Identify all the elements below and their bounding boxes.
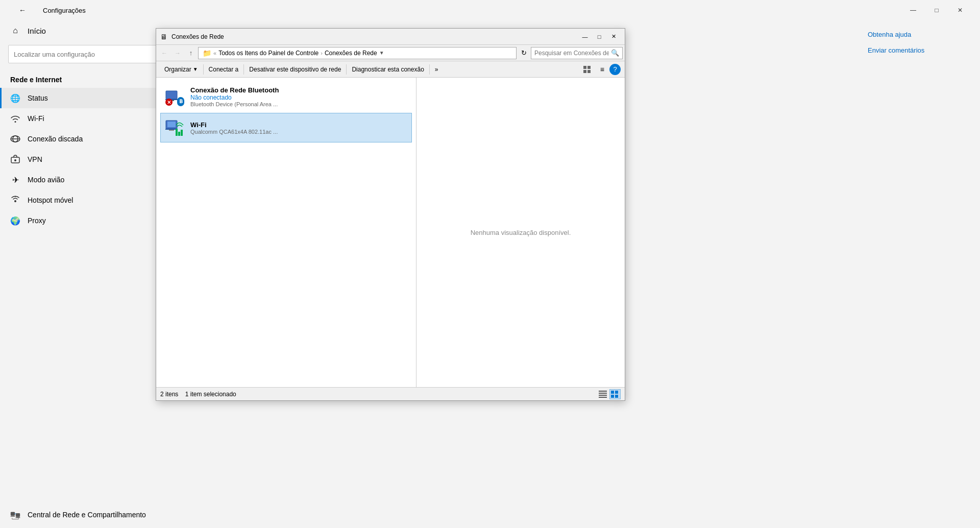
sidebar-home[interactable]: ⌂ Início <box>0 20 176 41</box>
diagnose-label: Diagnosticar esta conexão <box>352 66 424 73</box>
large-icons-button[interactable] <box>609 389 621 399</box>
addr-refresh-button[interactable]: ↻ <box>518 47 530 59</box>
toolbar-sep-3 <box>346 64 347 75</box>
titlebar-left: ← Configurações <box>8 0 86 22</box>
wifi-label: Wi-Fi <box>28 114 44 123</box>
net-list: ✕ ʙ Conexão de Rede Bluetooth Não conect… <box>156 78 416 387</box>
feedback-link[interactable]: Enviar comentários <box>868 46 970 54</box>
net-statusbar: 2 itens 1 item selecionado <box>156 387 625 400</box>
net-maximize-button[interactable]: □ <box>592 31 606 42</box>
status-icon: 🌐 <box>10 93 20 103</box>
home-label: Início <box>28 27 46 35</box>
bluetooth-connection-icon: ✕ ʙ <box>165 87 185 107</box>
svg-rect-38 <box>615 395 618 398</box>
network-center-item[interactable]: Central de Rede e Compartilhamento <box>0 501 176 528</box>
organize-button[interactable]: Organizar ▼ <box>160 62 202 77</box>
sidebar-item-airplane[interactable]: ✈ Modo avião <box>0 170 176 190</box>
addr-folder-icon: 📁 <box>203 49 211 57</box>
bluetooth-name: Conexão de Rede Bluetooth <box>190 86 279 94</box>
item-count: 2 itens <box>160 391 178 398</box>
address-bar: ← → ↑ 📁 « Todos os Itens do Painel de Co… <box>156 45 625 61</box>
svg-rect-7 <box>11 515 14 516</box>
toolbar-sep-4 <box>429 64 430 75</box>
vpn-icon <box>10 154 20 164</box>
status-label: Status <box>28 94 48 102</box>
addr-search-box[interactable]: 🔍 <box>531 47 623 59</box>
svg-rect-31 <box>599 391 607 392</box>
statusbar-right <box>597 389 621 399</box>
maximize-button[interactable]: □ <box>925 2 948 18</box>
net-close-button[interactable]: ✕ <box>606 31 621 42</box>
details-view-button[interactable] <box>597 389 608 399</box>
svg-rect-32 <box>599 393 607 394</box>
svg-rect-15 <box>583 70 586 73</box>
svg-rect-36 <box>615 391 618 394</box>
wifi-connection-item[interactable]: Wi-Fi Qualcomm QCA61x4A 802.11ac ... <box>160 113 412 142</box>
wifi-icon <box>10 113 20 124</box>
addr-up-button[interactable]: ↑ <box>185 47 197 59</box>
bluetooth-desc: Bluetooth Device (Personal Area ... <box>190 101 279 107</box>
more-label: » <box>435 66 438 73</box>
addr-forward-button[interactable]: → <box>172 47 184 59</box>
minimize-button[interactable]: — <box>901 2 925 18</box>
help-toolbar-button[interactable]: ? <box>609 64 621 75</box>
hotspot-icon <box>10 195 20 205</box>
net-window-title: Conexões de Rede <box>172 33 224 40</box>
bluetooth-connection-item[interactable]: ✕ ʙ Conexão de Rede Bluetooth Não conect… <box>160 82 412 112</box>
svg-rect-13 <box>583 66 586 69</box>
sidebar-item-status[interactable]: 🌐 Status <box>0 88 176 108</box>
bluetooth-status: Não conectado <box>190 94 279 101</box>
disable-label: Desativar este dispositivo de rede <box>249 66 341 73</box>
toolbar-sep-2 <box>243 64 244 75</box>
svg-rect-37 <box>611 395 614 398</box>
svg-text:✕: ✕ <box>167 100 171 105</box>
organize-label: Organizar <box>164 66 191 73</box>
back-button[interactable]: ← <box>12 0 33 20</box>
svg-rect-9 <box>16 514 20 517</box>
diagnose-button[interactable]: Diagnosticar esta conexão <box>348 62 428 77</box>
wifi-connection-icon <box>165 117 185 138</box>
addr-chevron[interactable]: ▼ <box>379 50 384 56</box>
sidebar-item-dialup[interactable]: Conexão discada <box>0 129 176 149</box>
svg-rect-11 <box>16 517 20 518</box>
disable-button[interactable]: Desativar este dispositivo de rede <box>245 62 345 77</box>
net-toolbar: Organizar ▼ Conectar a Desativar este di… <box>156 61 625 78</box>
no-preview-text: Nenhuma visualização disponível. <box>471 229 571 236</box>
close-button[interactable]: ✕ <box>948 2 972 18</box>
svg-rect-33 <box>599 395 607 396</box>
search-box[interactable] <box>8 45 168 63</box>
sidebar-item-vpn[interactable]: VPN <box>0 149 176 170</box>
connect-button[interactable]: Conectar a <box>205 62 243 77</box>
addr-back-button[interactable]: ← <box>158 47 170 59</box>
hotspot-label: Hotspot móvel <box>28 196 73 204</box>
addr-search-input[interactable] <box>534 50 609 57</box>
sidebar-item-hotspot[interactable]: Hotspot móvel <box>0 190 176 210</box>
net-content: ✕ ʙ Conexão de Rede Bluetooth Não conect… <box>156 78 625 387</box>
svg-rect-29 <box>181 130 183 136</box>
svg-rect-14 <box>587 66 591 69</box>
home-icon: ⌂ <box>10 26 20 36</box>
svg-rect-10 <box>16 517 19 517</box>
svg-rect-28 <box>178 132 180 136</box>
net-minimize-button[interactable]: — <box>578 31 592 42</box>
more-button[interactable]: » <box>431 62 443 77</box>
airplane-icon: ✈ <box>10 175 20 185</box>
view-change-button[interactable] <box>579 62 595 77</box>
dialup-label: Conexão discada <box>28 135 83 143</box>
addr-search-icon: 🔍 <box>611 49 619 57</box>
item-selected: 1 item selecionado <box>185 391 236 398</box>
address-field[interactable]: 📁 « Todos os Itens do Painel de Controle… <box>198 47 517 59</box>
svg-rect-6 <box>11 512 15 515</box>
search-input[interactable] <box>14 51 162 58</box>
wifi-name: Wi-Fi <box>190 121 278 129</box>
sidebar-item-wifi[interactable]: Wi-Fi <box>0 108 176 129</box>
dialup-icon <box>10 134 20 144</box>
net-window-icon: 🖥 <box>160 33 167 41</box>
airplane-label: Modo avião <box>28 176 64 184</box>
addr-root: Todos os Itens do Painel de Controle <box>218 50 318 57</box>
sidebar-item-proxy[interactable]: 🌍 Proxy <box>0 210 176 231</box>
settings-title: Configurações <box>43 7 86 14</box>
help-link[interactable]: Obtenha ajuda <box>868 31 970 38</box>
sidebar: ⌂ Início Rede e Internet 🌐 Status <box>0 20 176 528</box>
view-toggle-button[interactable]: ≡ <box>596 62 608 77</box>
